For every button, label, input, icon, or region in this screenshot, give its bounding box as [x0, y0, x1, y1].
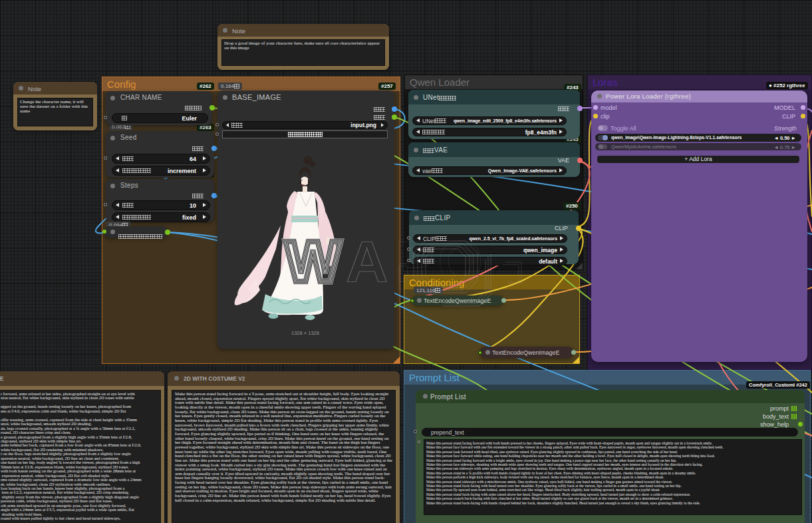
svg-text:1328 × 1328: 1328 × 1328	[291, 330, 319, 336]
